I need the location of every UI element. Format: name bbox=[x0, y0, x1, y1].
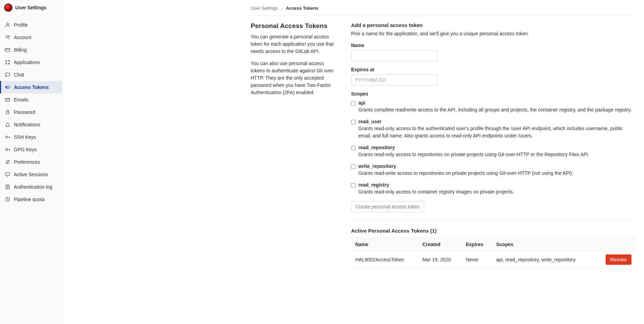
sidebar-item-label: Profile bbox=[14, 22, 28, 28]
token-scopes: api, read_repository, write_repository bbox=[492, 251, 595, 268]
chat-icon bbox=[5, 72, 10, 78]
revoke-button[interactable]: Revoke bbox=[606, 254, 632, 265]
token-name: HAL9002AccessToken bbox=[351, 251, 418, 268]
active-sessions-icon bbox=[5, 172, 10, 177]
scope-read-user: read_user Grants read-only access to the… bbox=[351, 119, 636, 139]
scope-read-registry-desc: Grants read-only access to container reg… bbox=[358, 188, 636, 195]
sidebar-item-password[interactable]: Password bbox=[0, 106, 62, 118]
notifications-icon bbox=[5, 122, 10, 127]
sidebar-item-access-tokens[interactable]: Access Tokens bbox=[0, 81, 62, 93]
breadcrumb: User Settings › Access Tokens bbox=[251, 4, 636, 16]
sidebar-item-label: Password bbox=[14, 109, 35, 115]
emails-icon bbox=[5, 97, 10, 102]
intro-paragraph-1: You can generate a personal access token… bbox=[251, 33, 337, 55]
page-title: Personal Access Tokens bbox=[251, 22, 337, 30]
sidebar-title: User Settings bbox=[15, 5, 46, 10]
sidebar-item-label: Notifications bbox=[14, 122, 40, 127]
access-tokens-icon bbox=[5, 84, 10, 90]
sidebar-header: User Settings bbox=[0, 0, 62, 15]
intro-column: Personal Access Tokens You can generate … bbox=[251, 22, 337, 269]
token-expires: Never bbox=[462, 251, 492, 268]
active-tokens-title: Active Personal Access Tokens (1) bbox=[351, 228, 636, 234]
scope-write-repository-desc: Grants read-write access to repositories… bbox=[358, 170, 636, 177]
gpg-keys-icon bbox=[5, 147, 10, 152]
svg-point-0 bbox=[7, 23, 9, 25]
svg-point-1 bbox=[6, 36, 8, 38]
scope-read-registry: read_registry Grants read-only access to… bbox=[351, 182, 636, 195]
scope-write-repository: write_repository Grants read-write acces… bbox=[351, 163, 636, 177]
tokens-table: Name Created Expires Scopes HAL9002Acces… bbox=[351, 238, 636, 269]
svg-rect-8 bbox=[8, 63, 10, 64]
sidebar-item-label: Active Sessions bbox=[14, 172, 48, 177]
th-created: Created bbox=[418, 238, 462, 251]
th-scopes: Scopes bbox=[492, 238, 595, 251]
svg-rect-5 bbox=[6, 60, 7, 62]
sidebar-item-label: Access Tokens bbox=[14, 84, 49, 90]
scope-read-repository-checkbox[interactable] bbox=[351, 146, 356, 150]
sidebar-item-active-sessions[interactable]: Active Sessions bbox=[0, 168, 62, 181]
sidebar-item-label: GPG Keys bbox=[14, 147, 37, 152]
svg-point-10 bbox=[6, 87, 7, 88]
th-expires: Expires bbox=[462, 238, 492, 251]
sidebar-item-chat[interactable]: Chat bbox=[0, 69, 62, 81]
avatar bbox=[4, 3, 12, 12]
billing-icon bbox=[5, 47, 10, 53]
sidebar-item-account[interactable]: Account bbox=[0, 31, 62, 44]
sidebar-item-label: Authentication log bbox=[14, 184, 52, 190]
svg-point-16 bbox=[8, 161, 9, 162]
sidebar-item-label: Billing bbox=[14, 47, 27, 53]
scope-read-user-name: read_user bbox=[358, 119, 636, 124]
svg-rect-6 bbox=[8, 60, 10, 62]
scope-api-desc: Grants complete read/write access to the… bbox=[358, 106, 636, 113]
sidebar-item-billing[interactable]: Billing bbox=[0, 44, 62, 56]
account-icon bbox=[5, 35, 10, 40]
sidebar-item-label: Applications bbox=[14, 60, 40, 65]
scope-api-name: api bbox=[358, 100, 636, 106]
sidebar-item-gpg-keys[interactable]: GPG Keys bbox=[0, 143, 62, 156]
pipeline-quota-icon bbox=[5, 197, 10, 202]
intro-paragraph-2: You can also use personal access tokens … bbox=[251, 60, 337, 96]
scope-read-repository: read_repository Grants read-only access … bbox=[351, 145, 636, 158]
breadcrumb-parent[interactable]: User Settings bbox=[251, 6, 278, 11]
form-header: Add a personal access token bbox=[351, 22, 636, 28]
scope-api-checkbox[interactable] bbox=[351, 101, 356, 106]
sidebar-item-emails[interactable]: Emails bbox=[0, 93, 62, 106]
create-token-button[interactable]: Create personal access token bbox=[351, 201, 424, 212]
scope-read-repository-name: read_repository bbox=[358, 145, 636, 150]
sidebar-item-pipeline-quota[interactable]: Pipeline quota bbox=[0, 193, 62, 206]
scope-read-user-desc: Grants read-only access to the authentic… bbox=[358, 125, 636, 139]
sidebar-item-label: Pipeline quota bbox=[14, 197, 45, 202]
sidebar-nav: Profile Account Billing Applications Cha… bbox=[0, 19, 62, 206]
authentication-log-icon bbox=[5, 184, 10, 190]
scope-write-repository-name: write_repository bbox=[358, 163, 636, 169]
svg-point-14 bbox=[6, 148, 8, 151]
scope-write-repository-checkbox[interactable] bbox=[351, 164, 356, 169]
token-created: Mar 19, 2020 bbox=[418, 251, 462, 268]
th-actions bbox=[595, 238, 636, 251]
sidebar-item-applications[interactable]: Applications bbox=[0, 56, 62, 69]
sidebar-item-profile[interactable]: Profile bbox=[0, 19, 62, 31]
scope-read-registry-name: read_registry bbox=[358, 182, 636, 188]
expires-input[interactable] bbox=[351, 74, 438, 86]
sidebar: User Settings Profile Account Billing Ap… bbox=[0, 0, 62, 324]
sidebar-item-notifications[interactable]: Notifications bbox=[0, 118, 62, 131]
sidebar-item-label: Emails bbox=[14, 97, 28, 102]
password-icon bbox=[5, 109, 10, 115]
sidebar-item-ssh-keys[interactable]: SSH Keys bbox=[0, 131, 62, 143]
breadcrumb-separator: › bbox=[281, 6, 283, 11]
scopes-label: Scopes bbox=[351, 91, 636, 97]
name-label: Name bbox=[351, 43, 636, 48]
sidebar-item-label: SSH Keys bbox=[14, 134, 36, 140]
scope-read-registry-checkbox[interactable] bbox=[351, 183, 356, 188]
breadcrumb-current: Access Tokens bbox=[286, 6, 319, 11]
form-column: Add a personal access token Pick a name … bbox=[351, 22, 636, 269]
form-subdesc: Pick a name for the application, and we'… bbox=[351, 31, 636, 36]
applications-icon bbox=[5, 60, 10, 65]
svg-rect-12 bbox=[6, 112, 9, 114]
sidebar-item-preferences[interactable]: Preferences bbox=[0, 156, 62, 168]
scope-api: api Grants complete read/write access to… bbox=[351, 100, 636, 113]
sidebar-item-authentication-log[interactable]: Authentication log bbox=[0, 181, 62, 193]
name-input[interactable] bbox=[351, 50, 438, 61]
profile-icon bbox=[5, 22, 10, 28]
scope-read-user-checkbox[interactable] bbox=[351, 120, 356, 124]
